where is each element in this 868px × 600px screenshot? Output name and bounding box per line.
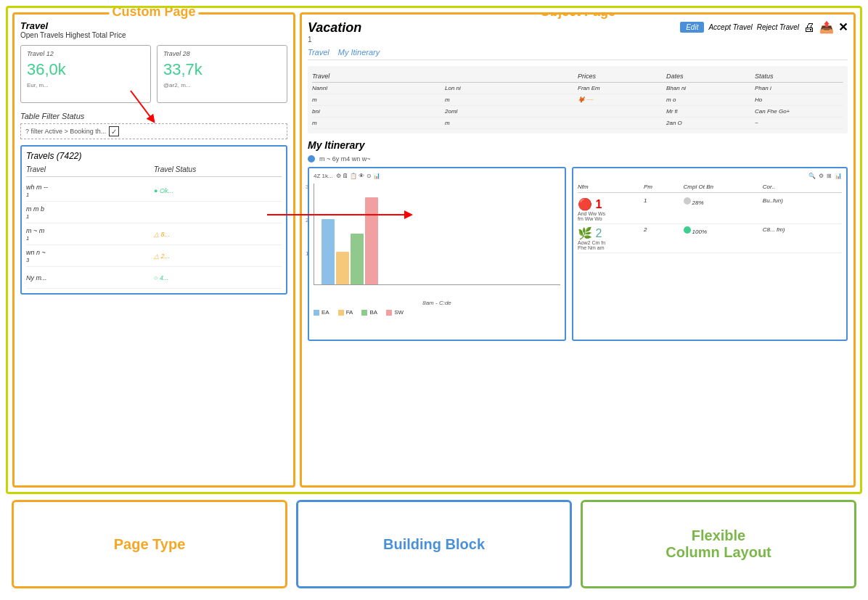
print-icon[interactable]: 🖨 [803,21,815,34]
stat-card-1-value: 36,0k [27,60,144,79]
table-row[interactable]: 🔴 1 And Ww Wsfm Ww Wo 1 28% Bu..fun) [578,195,842,224]
table-row[interactable]: 🌿 2 Aow2 Cm fnFhe Nm am 2 100% C8... fm) [578,224,842,253]
itinerary-tab-label[interactable]: m ~ 6y m4 wn w~ [319,155,371,163]
table-row[interactable]: m m 2an O ~ [312,118,843,129]
filter-title: Table Filter Status [20,112,287,120]
chart-title: 4Z 1k... [314,173,333,179]
itinerary-section: My Itinerary m ~ 6y m4 wn w~ 4Z 1k... ⚙ … [308,139,848,341]
filter-section: Table Filter Status ? filter Active > Bo… [20,112,287,139]
stat-card-2-footer: @ar2, m... [163,82,281,89]
bar-group-1 [322,197,378,284]
obj-table-container: Travel Prices Dates Status Nannl Lon ni … [308,66,848,133]
obj-cell: 2oml [445,108,578,115]
table-row[interactable]: m m b1 [26,202,282,223]
stat-card-1-title: Travel 12 [27,50,144,57]
legend-sw-dot [386,310,392,316]
obj-actions: Edit Accept Travel Reject Travel 🖨 📤 ✕ [680,20,848,34]
edit-button[interactable]: Edit [680,22,704,33]
left-panel-title: Travel [20,20,287,31]
rt-cell-name-1: 🔴 1 And Ww Wsfm Ww Wo [578,197,644,221]
close-button[interactable]: ✕ [838,20,848,34]
rt-col-4: Cor.. [763,184,842,190]
stat-card-2: Travel 28 33,7k @ar2, m... [157,45,287,103]
reject-travel-button[interactable]: Reject Travel [757,23,799,31]
rt-cell-pm-1: 1 [644,197,684,221]
right-panel: Object Page Vacation 1 Edit Accept Trave… [300,12,856,488]
obj-cell: Can Fhe Go+ [755,108,843,115]
table-sort-icon[interactable]: ⊞ [827,173,832,179]
table-row[interactable]: wn n ~3 △ 2... [26,245,282,267]
table-row[interactable]: Ny m... ○ 4... [26,267,282,289]
tab-travel[interactable]: Travel [308,48,329,57]
rt-sub-1: And Ww Wsfm Ww Wo [578,211,644,221]
obj-title-area: Vacation 1 [308,20,361,44]
chart-x-label: 8am - C:de [314,300,560,306]
obj-cell: 2an O [666,120,755,126]
travels-col2-header: Travel Status [154,165,282,173]
legend-building-block: Building Block [296,500,572,588]
travels-header: Travel Travel Status [26,165,282,177]
bar-ba-1 [351,234,364,284]
table-row[interactable]: bni 2oml Mr fi Can Fhe Go+ [312,106,843,118]
right-table-container: 🔍 ⚙ ⊞ 📊 Nfm Pm Cmpl Ot Bn Cor.. [572,167,848,341]
stat-cards: Travel 12 36,0k Eur, m... Travel 28 33,7… [20,45,287,103]
legend-sw: SW [386,309,404,316]
obj-cell [578,120,666,126]
share-icon[interactable]: 📤 [819,20,834,34]
page-type-label: Page Type [114,536,186,553]
obj-cell: m [445,96,578,103]
rt-col-2: Pm [644,184,684,190]
table-row[interactable]: m ~ m1 △ 8... [26,223,282,245]
status-circle-icon [684,226,691,234]
rt-cell-name-2: 🌿 2 Aow2 Cm fnFhe Nm am [578,226,644,250]
legend-ea-dot [314,310,319,316]
row-name: m m b1 [26,205,154,220]
obj-title: Vacation [308,20,361,36]
obj-cell [578,108,666,115]
obj-cell: bni [312,108,445,115]
itinerary-title: My Itinerary [308,139,848,151]
legend-sw-label: SW [394,309,404,316]
top-section: Custom Page Travel Open Travels Highest … [6,6,862,494]
obj-col-5: Status [755,73,843,80]
checkbox-indicator[interactable]: ✓ [109,126,119,136]
rt-col-3: Cmpl Ot Bn [684,184,763,190]
legend-page-type: Page Type [12,500,287,588]
rt-cell-cor-2: C8... fm) [763,226,842,250]
legend-flexible-column: Flexible Column Layout [581,500,856,588]
filter-text: ? filter Active > Booking th... [25,128,106,135]
table-row[interactable]: m m 🦊 ~~ m o Ho [312,94,843,106]
chart-container: 4Z 1k... ⚙ 🗓 📋 👁 ⊙ 📊 3 2 1 [308,167,566,341]
table-search-icon[interactable]: 🔍 [808,173,816,179]
status-circle-icon [684,197,691,205]
stat-card-1: Travel 12 36,0k Eur, m... [20,45,151,103]
rt-cell-pm-2: 2 [644,226,684,250]
bar-ea-1 [322,219,335,284]
table-row[interactable]: wh m --1 ● Ok... [26,180,282,202]
tab-itinerary[interactable]: My Itinerary [338,48,380,57]
chart-toolbar-icons: ⚙ 🗓 📋 👁 ⊙ 📊 [336,173,380,179]
chart-area: 3 2 1 [314,184,560,285]
obj-col-3: Prices [578,73,666,80]
table-filter-icon[interactable]: ⚙ [819,173,824,179]
stat-card-1-footer: Eur, m... [27,82,144,89]
obj-header: Vacation 1 Edit Accept Travel Reject Tra… [308,20,848,44]
row-name: wn n ~3 [26,249,154,263]
legend-ea: EA [314,309,329,316]
stat-card-2-title: Travel 28 [163,50,281,57]
obj-col-1: Travel [312,73,445,80]
table-group-icon[interactable]: 📊 [835,173,842,179]
row-name: wh m --1 [26,184,154,198]
obj-col-2 [445,73,578,80]
radio-selected[interactable] [308,155,315,163]
legend-ba-label: BA [369,309,377,316]
obj-cell: m [312,96,445,103]
legend-fa: FA [338,309,353,316]
table-row[interactable]: Nannl Lon ni Fran Em Bhan ni Phan i [312,83,843,94]
stat-card-2-value: 33,7k [163,60,281,79]
obj-cell: m [312,120,445,126]
accept-travel-button[interactable]: Accept Travel [708,23,752,31]
rt-cell-cmpl-1: 28% [684,197,763,221]
filter-bar[interactable]: ? filter Active > Booking th... ✓ [20,123,287,139]
obj-cell: m o [666,96,755,103]
